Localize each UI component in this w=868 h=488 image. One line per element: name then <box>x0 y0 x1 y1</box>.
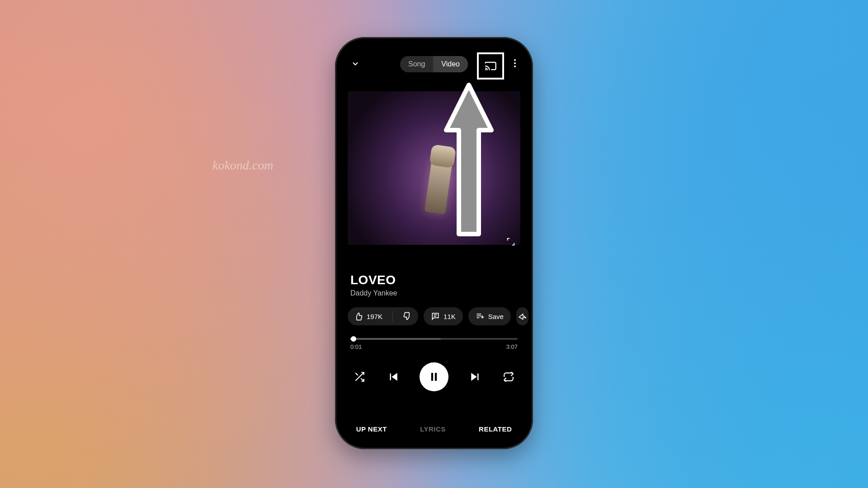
duration-time: 3:07 <box>506 343 518 350</box>
repeat-button[interactable] <box>501 370 516 384</box>
cast-button[interactable] <box>477 52 504 80</box>
video-player[interactable] <box>348 91 520 245</box>
expand-icon <box>506 237 516 247</box>
share-button[interactable] <box>516 307 528 325</box>
top-bar: Song Video <box>340 55 528 73</box>
action-row: 197K 11K Save <box>348 305 528 327</box>
thumb-up-icon <box>354 312 363 321</box>
pause-icon <box>427 370 441 384</box>
svg-point-0 <box>485 69 486 70</box>
tab-related[interactable]: RELATED <box>479 425 512 433</box>
progress-bar[interactable]: 0:01 3:07 <box>350 338 518 340</box>
share-icon <box>518 312 527 321</box>
svg-rect-8 <box>431 373 433 381</box>
comments-button[interactable]: 11K <box>424 307 463 325</box>
video-thumbnail-art <box>425 158 453 214</box>
progress-buffer <box>350 338 441 340</box>
dislike-button[interactable] <box>396 307 418 325</box>
phone-frame: Song Video <box>335 37 533 449</box>
svg-rect-9 <box>435 373 437 381</box>
playlist-add-icon <box>476 312 485 321</box>
progress-thumb[interactable] <box>351 336 356 342</box>
like-button[interactable]: 197K <box>348 307 389 325</box>
comment-icon <box>431 312 440 321</box>
toggle-video[interactable]: Video <box>433 56 468 72</box>
song-video-toggle[interactable]: Song Video <box>400 56 468 72</box>
more-vert-icon <box>514 59 516 61</box>
comment-count: 11K <box>443 313 456 320</box>
track-title: LOVEO <box>350 273 396 287</box>
watermark-text: kokond.com <box>212 158 274 173</box>
like-dislike-chip: 197K <box>348 307 418 325</box>
phone-screen: Song Video <box>340 42 528 445</box>
shuffle-icon <box>354 371 365 383</box>
chevron-down-icon <box>351 59 360 68</box>
play-pause-button[interactable] <box>420 362 448 391</box>
chip-divider <box>392 311 393 322</box>
progress-track <box>350 338 518 340</box>
tab-lyrics[interactable]: LYRICS <box>420 425 446 433</box>
next-button[interactable] <box>468 370 482 384</box>
thumb-down-icon <box>403 312 412 321</box>
tab-up-next[interactable]: UP NEXT <box>356 425 387 433</box>
elapsed-time: 0:01 <box>350 343 362 350</box>
like-count: 197K <box>367 313 382 320</box>
shuffle-button[interactable] <box>352 370 367 384</box>
cast-icon <box>484 60 497 72</box>
skip-next-icon <box>468 370 482 384</box>
skip-previous-icon <box>387 370 400 384</box>
toggle-song[interactable]: Song <box>400 56 433 72</box>
save-button[interactable]: Save <box>468 307 511 325</box>
previous-button[interactable] <box>386 370 401 384</box>
repeat-icon <box>503 371 514 383</box>
expand-video-button[interactable] <box>506 237 516 247</box>
more-menu-button[interactable] <box>509 58 520 69</box>
save-label: Save <box>488 313 504 320</box>
collapse-button[interactable] <box>349 58 361 70</box>
playback-controls <box>340 359 528 395</box>
track-artist[interactable]: Daddy Yankee <box>350 289 397 297</box>
bottom-tabs: UP NEXT LYRICS RELATED <box>340 425 528 433</box>
